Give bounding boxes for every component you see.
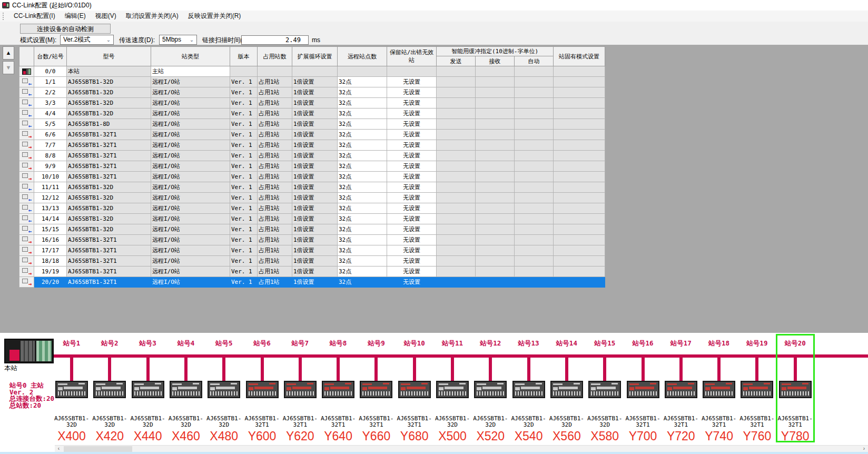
- table-row[interactable]: →9/9AJ65SBTB1-32T1远程I/O站Ver. 1占用1站1倍设置32…: [19, 161, 605, 172]
- cell-version[interactable]: Ver. 1: [230, 224, 258, 235]
- cell-reserve[interactable]: 无设置: [387, 77, 437, 87]
- toolbar-grip-icon[interactable]: [3, 13, 5, 20]
- cell-version[interactable]: Ver. 1: [230, 172, 258, 182]
- table-row[interactable]: →18/18AJ65SBTB1-32T1远程I/O站Ver. 1占用1站1倍设置…: [19, 256, 605, 267]
- cell-buffer-recv[interactable]: [476, 182, 515, 193]
- cell-type[interactable]: 远程I/O站: [151, 108, 230, 119]
- cell-buffer-send[interactable]: [437, 193, 476, 203]
- cell-version[interactable]: Ver. 1: [230, 87, 258, 98]
- cell-buffer-send[interactable]: [437, 235, 476, 245]
- cell-buffer-auto[interactable]: [515, 66, 554, 77]
- cell-buffer-recv[interactable]: [476, 172, 515, 182]
- cell-station-mode[interactable]: [554, 87, 605, 98]
- cell-cycle[interactable]: 1倍设置: [292, 172, 338, 182]
- cell-model[interactable]: AJ65SBTB1-32D: [67, 214, 151, 224]
- table-row[interactable]: 0/0本站主站: [19, 66, 605, 77]
- cell-buffer-send[interactable]: [437, 66, 476, 77]
- cell-type[interactable]: 远程I/O站: [151, 193, 230, 203]
- table-row[interactable]: ←11/11AJ65SBTB1-32D远程I/O站Ver. 1占用1站1倍设置3…: [19, 182, 605, 193]
- cell-type[interactable]: 远程I/O站: [151, 224, 230, 235]
- cell-model[interactable]: AJ65SBTB1-32D: [67, 224, 151, 235]
- cell-buffer-recv[interactable]: [476, 203, 515, 214]
- table-row[interactable]: ←5/5AJ65SBTB1-8D远程I/O站Ver. 1占用1站1倍设置32点无…: [19, 119, 605, 130]
- cell-buffer-auto[interactable]: [515, 224, 554, 235]
- cell-version[interactable]: Ver. 1: [230, 98, 258, 108]
- cell-num[interactable]: 20/20: [34, 277, 67, 288]
- cell-buffer-recv[interactable]: [476, 224, 515, 235]
- cell-version[interactable]: Ver. 1: [230, 235, 258, 245]
- cell-buffer-recv[interactable]: [476, 77, 515, 87]
- row-icon-cell[interactable]: ←: [19, 203, 34, 214]
- station-module[interactable]: [208, 381, 240, 398]
- cell-version[interactable]: Ver. 1: [230, 277, 258, 288]
- cell-buffer-recv[interactable]: [476, 267, 515, 277]
- cell-version[interactable]: [230, 66, 258, 77]
- cell-reserve[interactable]: 无设置: [387, 193, 437, 203]
- table-row[interactable]: →17/17AJ65SBTB1-32T1远程I/O站Ver. 1占用1站1倍设置…: [19, 245, 605, 256]
- cell-cycle[interactable]: 1倍设置: [292, 245, 338, 256]
- cell-occupy[interactable]: 占用1站: [258, 77, 292, 87]
- row-icon-cell[interactable]: →: [19, 267, 34, 277]
- cell-type[interactable]: 远程I/O站: [151, 214, 230, 224]
- cell-buffer-auto[interactable]: [515, 172, 554, 182]
- row-down-button[interactable]: ▼: [3, 61, 14, 74]
- cell-reserve[interactable]: 无设置: [387, 277, 437, 288]
- station-module[interactable]: [360, 381, 392, 398]
- auto-detect-button[interactable]: 连接设备的自动检测: [20, 24, 111, 34]
- cell-points[interactable]: 32点: [338, 182, 387, 193]
- cell-num[interactable]: 15/15: [34, 224, 67, 235]
- cell-type[interactable]: 远程I/O站: [151, 256, 230, 267]
- menu-item[interactable]: 视图(V): [91, 11, 121, 21]
- cell-type[interactable]: 远程I/O站: [151, 87, 230, 98]
- cell-points[interactable]: 32点: [338, 224, 387, 235]
- table-row[interactable]: ←4/4AJ65SBTB1-32D远程I/O站Ver. 1占用1站1倍设置32点…: [19, 108, 605, 119]
- station-module[interactable]: [588, 381, 621, 398]
- table-row[interactable]: →20/20AJ65SBTB1-32T1远程I/O站Ver. 1占用1站1倍设置…: [19, 277, 605, 288]
- cell-model[interactable]: AJ65SBTB1-32D: [67, 108, 151, 119]
- cell-buffer-auto[interactable]: [515, 277, 554, 288]
- table-row[interactable]: →7/7AJ65SBTB1-32T1远程I/O站Ver. 1占用1站1倍设置32…: [19, 140, 605, 151]
- cell-buffer-send[interactable]: [437, 77, 476, 87]
- station-module[interactable]: [741, 381, 773, 398]
- cell-num[interactable]: 0/0: [34, 66, 67, 77]
- cell-buffer-recv[interactable]: [476, 108, 515, 119]
- cell-model[interactable]: AJ65SBTB1-32T1: [67, 245, 151, 256]
- cell-buffer-auto[interactable]: [515, 214, 554, 224]
- cell-occupy[interactable]: 占用1站: [258, 277, 292, 288]
- cell-station-mode[interactable]: [554, 66, 605, 77]
- cell-version[interactable]: Ver. 1: [230, 161, 258, 172]
- station-module[interactable]: [55, 381, 88, 398]
- menu-item[interactable]: CC-Link配置(I): [9, 11, 60, 21]
- cell-reserve[interactable]: 无设置: [387, 267, 437, 277]
- cell-type[interactable]: 远程I/O站: [151, 172, 230, 182]
- row-icon-cell[interactable]: ←: [19, 108, 34, 119]
- cell-type[interactable]: 远程I/O站: [151, 245, 230, 256]
- cell-model[interactable]: AJ65SBTB1-8D: [67, 119, 151, 130]
- station-module[interactable]: [246, 381, 279, 398]
- row-icon-cell[interactable]: [19, 66, 34, 77]
- cell-station-mode[interactable]: [554, 108, 605, 119]
- cell-station-mode[interactable]: [554, 214, 605, 224]
- cell-model[interactable]: AJ65SBTB1-32D: [67, 182, 151, 193]
- cell-num[interactable]: 11/11: [34, 182, 67, 193]
- cell-buffer-send[interactable]: [437, 98, 476, 108]
- cell-occupy[interactable]: 占用1站: [258, 182, 292, 193]
- cell-station-mode[interactable]: [554, 245, 605, 256]
- station-module[interactable]: [322, 381, 354, 398]
- menu-item[interactable]: 取消设置并关闭(A): [121, 11, 183, 21]
- cell-num[interactable]: 6/6: [34, 130, 67, 140]
- cell-cycle[interactable]: 1倍设置: [292, 108, 338, 119]
- cell-points[interactable]: 32点: [338, 277, 387, 288]
- cell-buffer-recv[interactable]: [476, 98, 515, 108]
- row-up-button[interactable]: ▲: [3, 46, 14, 60]
- row-icon-cell[interactable]: →: [19, 172, 34, 182]
- cell-buffer-auto[interactable]: [515, 98, 554, 108]
- table-row[interactable]: ←2/2AJ65SBTB1-32D远程I/O站Ver. 1占用1站1倍设置32点…: [19, 87, 605, 98]
- cell-type[interactable]: 远程I/O站: [151, 130, 230, 140]
- cell-points[interactable]: 32点: [338, 151, 387, 161]
- cell-cycle[interactable]: 1倍设置: [292, 193, 338, 203]
- cell-occupy[interactable]: 占用1站: [258, 245, 292, 256]
- cell-type[interactable]: 远程I/O站: [151, 119, 230, 130]
- cell-version[interactable]: Ver. 1: [230, 108, 258, 119]
- mode-select[interactable]: Ver.2模式 ⌄: [60, 35, 114, 45]
